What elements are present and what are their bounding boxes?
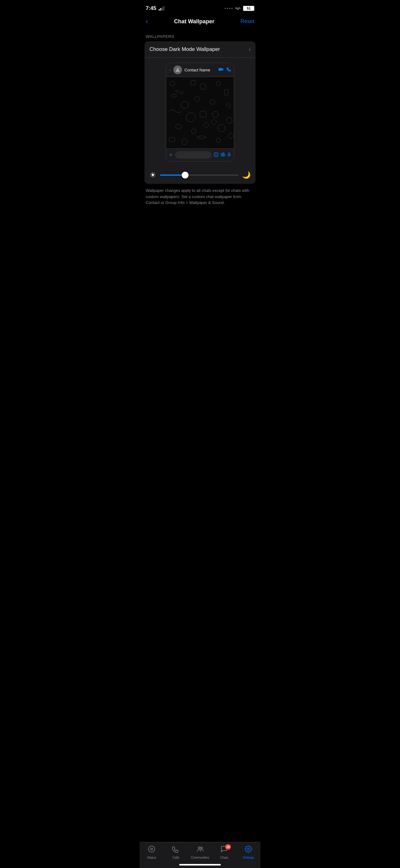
preview-input-bar: + bbox=[166, 148, 234, 161]
reset-button[interactable]: Reset bbox=[241, 18, 254, 25]
battery-indicator: 51 bbox=[243, 6, 254, 11]
preview-mic-icon bbox=[228, 152, 231, 158]
svg-rect-20 bbox=[214, 153, 218, 156]
preview-text-input bbox=[175, 151, 211, 159]
preview-input-icons bbox=[214, 152, 231, 158]
dark-mode-wallpaper-label: Choose Dark Mode Wallpaper bbox=[149, 46, 220, 53]
signal-bars bbox=[159, 6, 164, 10]
wifi-icon bbox=[235, 6, 241, 11]
dark-mode-wallpaper-option[interactable]: Choose Dark Mode Wallpaper › bbox=[144, 41, 256, 58]
wallpaper-pattern bbox=[166, 77, 234, 148]
preview-back-icon: ‹ bbox=[169, 67, 171, 72]
preview-avatar bbox=[173, 65, 182, 74]
status-bar: 7:45 51 bbox=[139, 0, 261, 15]
wallpapers-card: Choose Dark Mode Wallpaper › ‹ Contact N… bbox=[144, 41, 256, 184]
svg-point-14 bbox=[218, 124, 225, 132]
signal-dots bbox=[225, 8, 233, 9]
preview-chat-header: ‹ Contact Name bbox=[166, 63, 234, 77]
brightness-slider-row: ☀ 🌙 bbox=[144, 166, 256, 184]
svg-point-18 bbox=[226, 117, 232, 124]
svg-point-21 bbox=[215, 154, 216, 154]
preview-chat-body bbox=[166, 77, 234, 148]
status-time: 7:45 bbox=[146, 5, 164, 11]
svg-point-17 bbox=[216, 138, 221, 143]
svg-point-12 bbox=[212, 111, 219, 117]
slider-thumb[interactable] bbox=[182, 172, 189, 179]
svg-point-19 bbox=[176, 90, 178, 93]
svg-point-8 bbox=[181, 101, 189, 108]
svg-point-16 bbox=[182, 139, 188, 145]
svg-point-6 bbox=[216, 81, 221, 86]
svg-rect-25 bbox=[229, 153, 230, 155]
preview-header-icons bbox=[219, 67, 231, 72]
svg-rect-15 bbox=[169, 137, 175, 142]
brightness-slider-track[interactable] bbox=[160, 175, 238, 176]
svg-point-24 bbox=[222, 154, 224, 156]
chat-preview: ‹ Contact Name bbox=[166, 63, 234, 161]
svg-rect-11 bbox=[200, 111, 206, 117]
section-header-wallpapers: WALLPAPERS bbox=[139, 30, 261, 41]
preview-phone-icon bbox=[227, 67, 231, 72]
preview-camera-icon bbox=[221, 152, 225, 158]
page-title: Chat Wallpaper bbox=[174, 18, 214, 25]
nav-bar: ‹ Chat Wallpaper Reset bbox=[139, 15, 261, 30]
svg-point-10 bbox=[186, 113, 195, 122]
status-right: 51 bbox=[225, 6, 254, 11]
svg-point-3 bbox=[180, 91, 183, 94]
svg-point-13 bbox=[191, 129, 196, 134]
wallpaper-info-text: Wallpaper changes apply to all chats exc… bbox=[139, 184, 261, 213]
moon-icon: 🌙 bbox=[242, 171, 251, 179]
sun-icon: ☀ bbox=[149, 171, 156, 180]
preview-video-icon bbox=[219, 67, 224, 72]
chat-preview-container: ‹ Contact Name bbox=[144, 58, 256, 166]
preview-sticker-icon bbox=[214, 152, 218, 158]
preview-plus-icon: + bbox=[169, 152, 173, 158]
preview-contact-name: Contact Name bbox=[185, 68, 216, 72]
svg-point-2 bbox=[170, 81, 175, 86]
svg-point-22 bbox=[216, 154, 217, 154]
svg-rect-7 bbox=[225, 90, 228, 95]
chevron-right-icon: › bbox=[249, 46, 251, 52]
svg-point-5 bbox=[200, 84, 206, 90]
back-button[interactable]: ‹ bbox=[146, 18, 148, 26]
svg-rect-1 bbox=[219, 68, 222, 71]
svg-point-9 bbox=[210, 99, 215, 104]
svg-rect-4 bbox=[191, 81, 195, 85]
slider-fill bbox=[160, 175, 185, 176]
